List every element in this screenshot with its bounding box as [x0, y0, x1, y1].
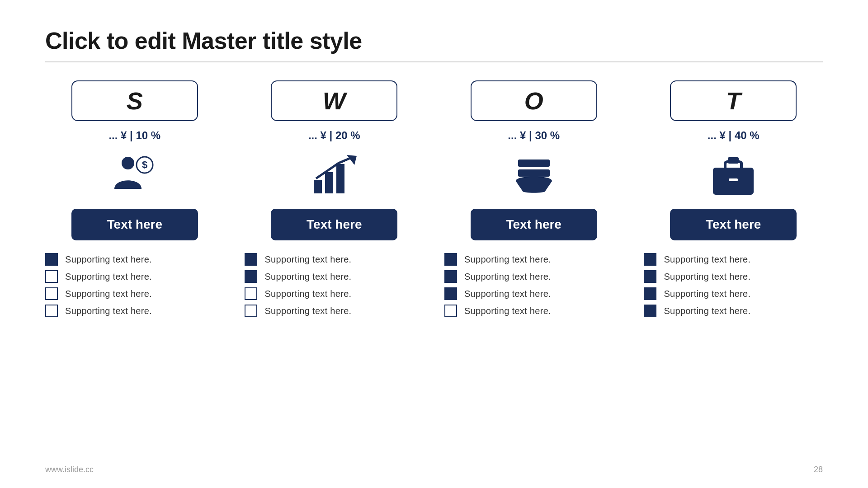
title-divider — [45, 61, 823, 62]
check-label: Supporting text here. — [664, 289, 750, 299]
check-item: Supporting text here. — [245, 287, 424, 300]
check-label: Supporting text here. — [664, 306, 750, 316]
checklist-o: Supporting text here. Supporting text he… — [444, 253, 623, 317]
stats-s: ... ¥ | 10 % — [108, 129, 160, 142]
checkbox-filled — [245, 253, 257, 266]
letter-box-t: T — [670, 80, 797, 121]
check-label: Supporting text here. — [464, 254, 551, 265]
checkbox-filled — [644, 287, 656, 300]
hand-coins-icon — [511, 155, 557, 196]
text-here-btn-t[interactable]: Text here — [670, 209, 797, 240]
check-label: Supporting text here. — [65, 254, 152, 265]
check-item: Supporting text here. — [45, 270, 224, 283]
svg-rect-3 — [314, 180, 322, 193]
icon-area-o — [507, 153, 561, 198]
check-item: Supporting text here. — [644, 305, 823, 317]
stats-o: ... ¥ | 30 % — [508, 129, 560, 142]
check-label: Supporting text here. — [664, 272, 750, 282]
checkbox-empty — [45, 287, 58, 300]
columns-wrapper: S ... ¥ | 10 % $ Text here Supporting te… — [45, 80, 823, 317]
check-item: Supporting text here. — [45, 253, 224, 266]
svg-text:$: $ — [142, 159, 147, 170]
briefcase-icon — [711, 155, 756, 196]
column-t: T ... ¥ | 40 % Text here Supporting text… — [644, 80, 823, 317]
text-here-label-o: Text here — [506, 217, 561, 232]
checkbox-empty — [245, 305, 257, 317]
slide-title[interactable]: Click to edit Master title style — [45, 27, 823, 54]
column-s: S ... ¥ | 10 % $ Text here Supporting te… — [45, 80, 224, 317]
checkbox-filled — [45, 253, 58, 266]
icon-area-t — [706, 153, 760, 198]
footer-url: www.islide.cc — [45, 465, 94, 474]
letter-o: O — [524, 87, 543, 115]
check-item: Supporting text here. — [444, 253, 623, 266]
person-dollar-icon: $ — [112, 155, 157, 196]
check-label: Supporting text here. — [464, 306, 551, 316]
letter-box-w: W — [271, 80, 397, 121]
svg-rect-5 — [336, 164, 344, 193]
check-item: Supporting text here. — [444, 270, 623, 283]
check-item: Supporting text here. — [644, 287, 823, 300]
checkbox-filled — [444, 253, 457, 266]
checkbox-filled — [444, 270, 457, 283]
svg-rect-4 — [325, 172, 333, 193]
checkbox-empty — [245, 287, 257, 300]
column-o: O ... ¥ | 30 % Text here Supporting text… — [444, 80, 623, 317]
checkbox-empty — [45, 305, 58, 317]
checkbox-empty — [444, 305, 457, 317]
letter-w: W — [323, 87, 346, 115]
check-item: Supporting text here. — [444, 287, 623, 300]
stats-t: ... ¥ | 40 % — [708, 129, 760, 142]
checklist-s: Supporting text here. Supporting text he… — [45, 253, 224, 317]
text-here-label-w: Text here — [307, 217, 362, 232]
check-label: Supporting text here. — [65, 289, 152, 299]
letter-box-o: O — [471, 80, 597, 121]
chart-upward-icon — [311, 155, 357, 196]
footer-page: 28 — [814, 465, 823, 474]
stats-w: ... ¥ | 20 % — [308, 129, 360, 142]
check-label: Supporting text here. — [464, 272, 551, 282]
svg-rect-10 — [728, 157, 739, 164]
letter-box-s: S — [71, 80, 198, 121]
checkbox-empty — [45, 270, 58, 283]
check-item: Supporting text here. — [644, 253, 823, 266]
text-here-btn-s[interactable]: Text here — [71, 209, 198, 240]
check-item: Supporting text here. — [245, 253, 424, 266]
svg-point-0 — [122, 157, 134, 169]
svg-rect-11 — [729, 178, 738, 181]
icon-area-w — [307, 153, 361, 198]
letter-t: T — [726, 87, 741, 115]
checkbox-filled — [245, 270, 257, 283]
checkbox-filled — [644, 253, 656, 266]
icon-area-s: $ — [108, 153, 162, 198]
check-item: Supporting text here. — [45, 287, 224, 300]
check-label: Supporting text here. — [264, 272, 351, 282]
text-here-label-t: Text here — [706, 217, 761, 232]
checklist-w: Supporting text here. Supporting text he… — [245, 253, 424, 317]
footer: www.islide.cc 28 — [45, 465, 823, 474]
text-here-label-s: Text here — [107, 217, 162, 232]
check-label: Supporting text here. — [664, 254, 750, 265]
text-here-btn-o[interactable]: Text here — [471, 209, 597, 240]
checkbox-filled — [644, 270, 656, 283]
check-item: Supporting text here. — [444, 305, 623, 317]
check-item: Supporting text here. — [245, 270, 424, 283]
slide: Click to edit Master title style S ... ¥… — [0, 0, 868, 488]
check-label: Supporting text here. — [65, 272, 152, 282]
check-item: Supporting text here. — [644, 270, 823, 283]
check-label: Supporting text here. — [264, 306, 351, 316]
text-here-btn-w[interactable]: Text here — [271, 209, 397, 240]
check-label: Supporting text here. — [264, 254, 351, 265]
checklist-t: Supporting text here. Supporting text he… — [644, 253, 823, 317]
check-label: Supporting text here. — [65, 306, 152, 316]
svg-rect-7 — [518, 160, 550, 167]
check-label: Supporting text here. — [464, 289, 551, 299]
check-label: Supporting text here. — [264, 289, 351, 299]
checkbox-filled — [644, 305, 656, 317]
checkbox-filled — [444, 287, 457, 300]
check-item: Supporting text here. — [245, 305, 424, 317]
check-item: Supporting text here. — [45, 305, 224, 317]
letter-s: S — [127, 87, 143, 115]
svg-rect-8 — [518, 169, 550, 177]
column-w: W ... ¥ | 20 % Text here Support — [245, 80, 424, 317]
